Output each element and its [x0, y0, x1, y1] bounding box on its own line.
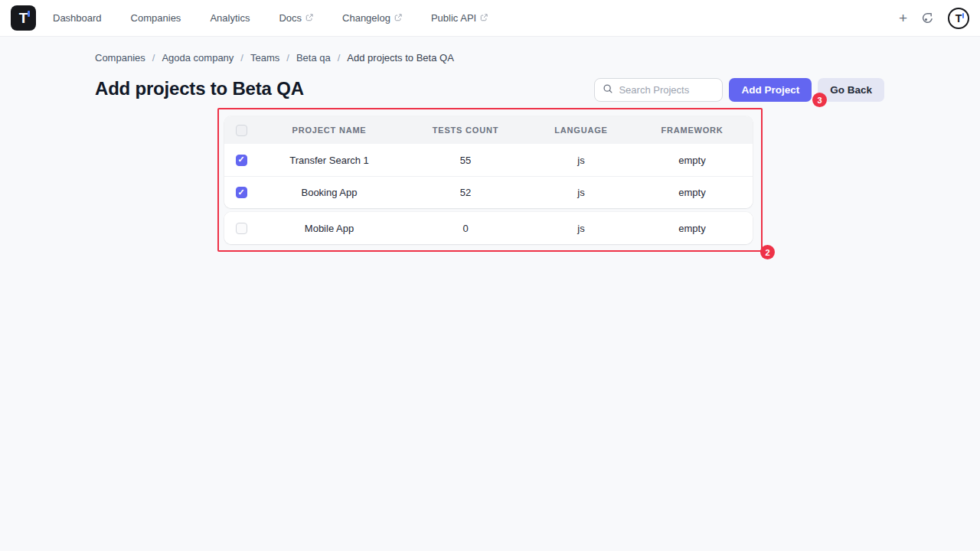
app-logo-tick	[28, 11, 30, 17]
nav-label: Companies	[131, 12, 181, 24]
cell-project-name: Mobile App	[258, 223, 400, 234]
breadcrumb-current-page: Add projects to Beta QA	[347, 52, 453, 64]
cell-framework: empty	[632, 223, 753, 234]
nav-label: Analytics	[210, 12, 250, 24]
external-link-icon	[480, 12, 488, 24]
cell-framework: empty	[632, 187, 753, 198]
nav-label: Dashboard	[53, 12, 102, 24]
user-avatar[interactable]: T	[948, 8, 969, 29]
breadcrumb-agoda-company[interactable]: Agoda company	[162, 52, 234, 64]
breadcrumb-separator: /	[286, 52, 289, 64]
go-back-button[interactable]: Go Back	[818, 78, 884, 102]
row-checkbox-cell	[224, 223, 258, 234]
cell-language: js	[531, 187, 632, 198]
cell-tests-count: 0	[400, 223, 531, 234]
nav-label: Public API	[431, 12, 476, 24]
table-row: Transfer Search 1 55 js empty	[224, 144, 753, 176]
nav-item-changelog[interactable]: Changelog	[342, 12, 402, 24]
external-link-icon	[394, 12, 402, 24]
cell-language: js	[531, 223, 632, 234]
nav-item-public-api[interactable]: Public API	[431, 12, 488, 24]
app-logo[interactable]: T	[11, 5, 36, 31]
nav-label: Changelog	[342, 12, 390, 24]
column-header-framework: FRAMEWORK	[632, 126, 753, 135]
cell-project-name: Transfer Search 1	[258, 155, 400, 166]
annotation-badge-2: 2	[760, 245, 775, 259]
cell-project-name: Booking App	[258, 187, 400, 198]
cell-tests-count: 52	[400, 187, 531, 198]
column-header-language: LANGUAGE	[531, 126, 632, 135]
table-row: Booking App 52 js empty	[224, 176, 753, 208]
nav-item-docs[interactable]: Docs	[279, 12, 313, 24]
row-checkbox-cell	[224, 155, 258, 166]
search-projects-input[interactable]	[619, 84, 710, 96]
nav-label: Docs	[279, 12, 302, 24]
header-checkbox-cell	[224, 125, 258, 136]
avatar-logo-tick	[962, 13, 965, 18]
external-link-icon	[305, 12, 313, 24]
feed-icon[interactable]	[921, 11, 934, 24]
nav-item-companies[interactable]: Companies	[131, 12, 181, 24]
toolbar: Add Project Go Back	[594, 78, 884, 102]
nav-items: Dashboard Companies Analytics Docs Chang…	[53, 12, 488, 24]
projects-table-main-card: PROJECT NAME TESTS COUNT LANGUAGE FRAMEW…	[224, 116, 753, 208]
breadcrumb: Companies / Agoda company / Teams / Beta…	[95, 52, 454, 64]
add-project-button[interactable]: Add Project	[729, 78, 812, 102]
breadcrumb-companies[interactable]: Companies	[95, 52, 145, 64]
projects-table-secondary-card: Mobile App 0 js empty	[224, 212, 753, 244]
breadcrumb-separator: /	[152, 52, 155, 64]
search-icon	[603, 83, 613, 97]
app-logo-letter: T	[19, 11, 28, 25]
breadcrumb-teams[interactable]: Teams	[250, 52, 279, 64]
row-checkbox[interactable]	[236, 187, 247, 198]
breadcrumb-separator: /	[240, 52, 243, 64]
column-header-project-name: PROJECT NAME	[258, 126, 400, 135]
table-row: Mobile App 0 js empty	[224, 212, 753, 244]
cell-language: js	[531, 155, 632, 166]
breadcrumb-beta-qa[interactable]: Beta qa	[296, 52, 331, 64]
page-title: Add projects to Beta QA	[95, 78, 304, 99]
add-icon[interactable]: +	[899, 11, 907, 25]
select-all-checkbox[interactable]	[236, 125, 247, 136]
nav-item-dashboard[interactable]: Dashboard	[53, 12, 102, 24]
breadcrumb-separator: /	[338, 52, 341, 64]
table-header-row: PROJECT NAME TESTS COUNT LANGUAGE FRAMEW…	[224, 116, 753, 144]
topbar-right-actions: + T	[899, 8, 969, 29]
row-checkbox-cell	[224, 187, 258, 198]
nav-item-analytics[interactable]: Analytics	[210, 12, 250, 24]
projects-table: PROJECT NAME TESTS COUNT LANGUAGE FRAMEW…	[224, 116, 753, 244]
row-checkbox[interactable]	[236, 223, 247, 234]
top-navigation-bar: T Dashboard Companies Analytics Docs Cha…	[0, 0, 980, 37]
search-projects-box	[594, 78, 723, 102]
column-header-tests-count: TESTS COUNT	[400, 126, 531, 135]
cell-tests-count: 55	[400, 155, 531, 166]
cell-framework: empty	[632, 155, 753, 166]
avatar-letter: T	[956, 13, 962, 24]
row-checkbox[interactable]	[236, 155, 247, 166]
